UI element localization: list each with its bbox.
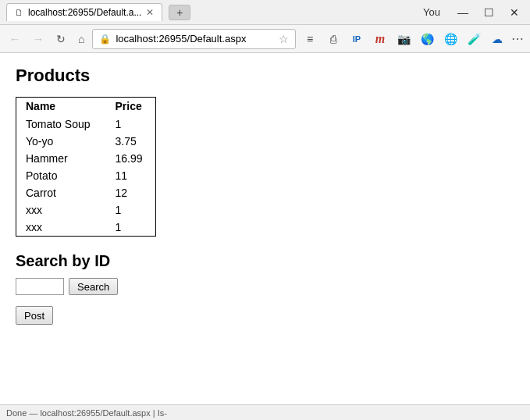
cloud-icon[interactable]: ☁ [486,28,508,50]
product-name-cell: Yo-yo [16,133,106,150]
address-bar[interactable]: 🔒 localhost:26955/Default.aspx ☆ [92,29,296,49]
page-title: Products [16,66,514,86]
products-table: Name Price Tomato Soup1Yo-yo3.75Hammer16… [16,97,156,237]
post-button[interactable]: Post [16,306,53,325]
product-name-cell: Hammer [16,150,106,167]
product-name-cell: xxx [16,219,106,237]
products-table-body: Tomato Soup1Yo-yo3.75Hammer16.99Potato11… [16,116,156,237]
back-button[interactable]: ← [5,30,25,48]
search-row: Search [16,278,514,295]
name-column-header: Name [16,98,106,116]
table-header-row: Name Price [16,98,156,116]
translate-icon[interactable]: 🌐 [439,28,461,50]
product-name-cell: xxx [16,201,106,219]
product-price-cell: 16.99 [106,150,156,167]
table-row: xxx1 [16,219,156,237]
table-row: Yo-yo3.75 [16,133,156,150]
search-input[interactable] [16,278,64,295]
restore-button[interactable]: ☐ [479,5,499,20]
search-section: Search by ID Search Post [16,252,514,325]
table-row: Potato11 [16,167,156,184]
browser-tab[interactable]: 🗋 localhost:26955/Default.a... ✕ [6,3,162,21]
search-button[interactable]: Search [69,278,118,295]
tab-page-icon: 🗋 [15,8,23,17]
title-bar: 🗋 localhost:26955/Default.a... ✕ + You —… [0,0,530,25]
table-row: Carrot12 [16,184,156,201]
product-price-cell: 1 [106,219,156,237]
you-label: You [423,6,440,18]
m-icon[interactable]: m [369,28,391,50]
product-price-cell: 11 [106,167,156,184]
web-icon[interactable]: 🌎 [416,28,438,50]
bookmark-icon[interactable]: ☆ [279,33,289,45]
ip-icon[interactable]: IP [346,28,368,50]
refresh-button[interactable]: ↻ [52,30,70,48]
search-heading: Search by ID [16,252,514,270]
more-options-icon[interactable]: ⋯ [510,31,525,46]
print-icon[interactable]: ⎙ [322,28,344,50]
nav-bar: ← → ↻ ⌂ 🔒 localhost:26955/Default.aspx ☆… [0,25,530,53]
toolbar-icons: ≡ ⎙ IP m 📷 🌎 🌐 🧪 ☁ ⋯ [299,28,525,50]
lock-icon: 🔒 [99,34,111,44]
product-name-cell: Carrot [16,184,106,201]
home-button[interactable]: ⌂ [73,30,89,48]
tab-close-button[interactable]: ✕ [146,7,154,18]
forward-button[interactable]: → [28,30,48,48]
product-name-cell: Tomato Soup [16,116,106,133]
tab-label: localhost:26955/Default.a... [28,7,141,18]
new-tab-button[interactable]: + [169,5,190,20]
product-price-cell: 1 [106,201,156,219]
title-bar-right: You — ☐ ✕ [423,5,524,20]
product-price-cell: 12 [106,184,156,201]
address-url: localhost:26955/Default.aspx [116,33,274,44]
product-price-cell: 1 [106,116,156,133]
minimize-button[interactable]: — [453,5,473,20]
table-row: Tomato Soup1 [16,116,156,133]
table-row: Hammer16.99 [16,150,156,167]
product-name-cell: Potato [16,167,106,184]
reader-view-icon[interactable]: ≡ [299,28,321,50]
camera-icon[interactable]: 📷 [393,28,414,50]
price-column-header: Price [106,98,156,116]
title-bar-left: 🗋 localhost:26955/Default.a... ✕ + [6,3,190,21]
page-content: Products Name Price Tomato Soup1Yo-yo3.7… [0,53,530,337]
product-price-cell: 3.75 [106,133,156,150]
table-row: xxx1 [16,201,156,219]
close-button[interactable]: ✕ [505,5,524,20]
extension-icon[interactable]: 🧪 [463,28,485,50]
